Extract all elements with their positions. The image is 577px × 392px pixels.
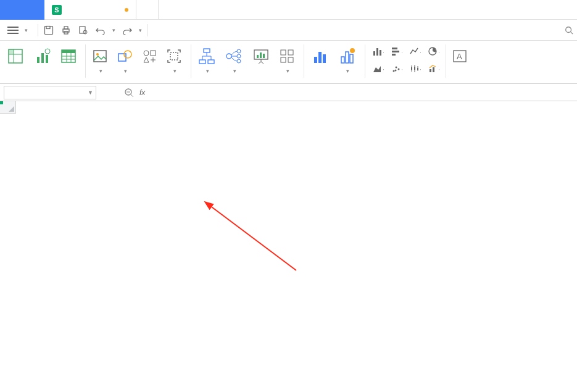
chevron-down-icon[interactable]: ▾ [139, 27, 142, 33]
divider [147, 24, 147, 36]
flowchart-button[interactable]: ▾ [197, 44, 216, 74]
ribbon: ▾ ▾ ▾ ▾ ▾ ▾ ▾ ▾ ▾ ▾ ▾ [0, 41, 577, 84]
chart-minis-col3: ▾ ▾ [409, 44, 422, 75]
hamburger-icon[interactable] [7, 27, 19, 34]
scatter-chart-mini-button[interactable]: ▾ [390, 62, 404, 75]
spreadsheet-grid[interactable] [0, 101, 577, 373]
svg-rect-25 [118, 54, 126, 61]
name-box[interactable]: ▼ [4, 86, 96, 99]
selected-cell[interactable] [0, 101, 2, 104]
svg-rect-47 [318, 52, 322, 63]
workbook-tab[interactable]: S [44, 0, 136, 20]
area-chart-mini-button[interactable]: ▾ [372, 62, 385, 75]
mindmap-button[interactable]: ▾ [225, 44, 243, 74]
icon-library-button[interactable] [141, 44, 157, 68]
svg-rect-31 [204, 49, 210, 52]
bar-chart-mini-button[interactable]: ▾ [372, 44, 385, 58]
svg-point-63 [396, 67, 397, 69]
svg-rect-51 [350, 54, 353, 63]
svg-rect-58 [392, 48, 397, 49]
print-icon[interactable] [60, 25, 72, 36]
svg-rect-55 [380, 50, 381, 56]
svg-point-24 [96, 53, 99, 56]
svg-point-65 [395, 70, 397, 72]
svg-rect-5 [80, 27, 85, 33]
undo-icon[interactable] [95, 25, 106, 36]
chevron-down-icon: ▾ [173, 68, 176, 74]
text-button[interactable]: A [452, 44, 467, 68]
chevron-down-icon: ▾ [99, 68, 102, 74]
svg-text:A: A [457, 52, 462, 61]
save-icon[interactable] [43, 25, 54, 36]
zoom-out-icon[interactable] [123, 87, 135, 98]
svg-rect-40 [260, 52, 262, 58]
icon-library-icon [141, 44, 157, 68]
shape-button[interactable]: ▾ [117, 44, 133, 74]
svg-line-84 [131, 94, 133, 97]
more-button[interactable]: ▾ [279, 44, 295, 74]
svg-rect-39 [257, 55, 259, 58]
svg-rect-15 [46, 55, 48, 63]
annotation-arrow [197, 196, 333, 283]
table-button[interactable] [60, 44, 77, 68]
chart-minis-col4: ▾ ▾ [427, 44, 441, 75]
search-icon [565, 26, 573, 35]
svg-text:▾: ▾ [402, 67, 402, 73]
svg-rect-71 [414, 67, 415, 70]
document-tab-bar: S [0, 0, 577, 20]
pivot-chart-icon [33, 44, 52, 68]
svg-rect-54 [376, 48, 378, 56]
svg-point-34 [226, 54, 231, 59]
pivot-chart-button[interactable] [33, 44, 52, 68]
new-tab-button[interactable] [136, 0, 159, 20]
flowchart-icon [197, 44, 216, 68]
print-preview-icon[interactable] [78, 25, 89, 36]
home-tab[interactable] [0, 0, 44, 20]
online-chart-button[interactable]: ▾ [338, 44, 356, 74]
svg-text:▾: ▾ [383, 50, 384, 56]
shape-icon [117, 44, 133, 68]
svg-rect-44 [281, 57, 286, 62]
svg-point-36 [237, 54, 241, 58]
file-menu[interactable]: ▾ [22, 27, 28, 33]
search-button[interactable] [565, 26, 576, 35]
chevron-down-icon: ▼ [88, 90, 93, 96]
svg-text:▾: ▾ [420, 50, 421, 56]
chevron-down-icon: ▾ [286, 68, 289, 74]
picture-icon [92, 44, 108, 68]
chevron-down-icon[interactable]: ▾ [112, 27, 115, 33]
pie-chart-mini-button[interactable]: ▾ [427, 44, 441, 58]
svg-text:▾: ▾ [383, 67, 384, 73]
svg-rect-41 [263, 54, 265, 58]
svg-rect-49 [341, 57, 344, 63]
table-icon [60, 44, 77, 68]
svg-rect-77 [430, 69, 431, 72]
stock-chart-mini-button[interactable]: ▾ [409, 62, 422, 75]
svg-rect-23 [94, 51, 106, 62]
formula-input[interactable] [150, 86, 570, 99]
screenshot-button[interactable]: ▾ [166, 44, 182, 74]
spreadsheet-icon: S [52, 5, 62, 15]
svg-rect-46 [314, 57, 317, 63]
divider [191, 44, 191, 78]
redo-icon[interactable] [122, 25, 133, 36]
presentation-chart-icon [252, 44, 270, 68]
svg-line-8 [571, 31, 573, 34]
text-icon: A [452, 44, 467, 68]
line-chart-mini-button[interactable]: ▾ [409, 44, 422, 58]
svg-rect-78 [433, 67, 434, 72]
svg-rect-50 [346, 52, 349, 63]
picture-button[interactable]: ▾ [92, 44, 108, 74]
combo-chart-mini-button[interactable]: ▾ [427, 62, 441, 75]
all-charts-button[interactable] [310, 44, 329, 68]
svg-rect-48 [323, 54, 326, 63]
svg-rect-28 [151, 51, 156, 56]
presentation-chart-button[interactable] [252, 44, 270, 68]
svg-point-16 [45, 49, 50, 54]
hbar-chart-mini-button[interactable]: ▾ [390, 44, 404, 58]
divider [446, 44, 446, 78]
svg-rect-42 [281, 50, 286, 55]
fx-label: fx [139, 88, 145, 97]
pivot-table-button[interactable] [6, 44, 25, 68]
mindmap-icon [225, 44, 243, 68]
